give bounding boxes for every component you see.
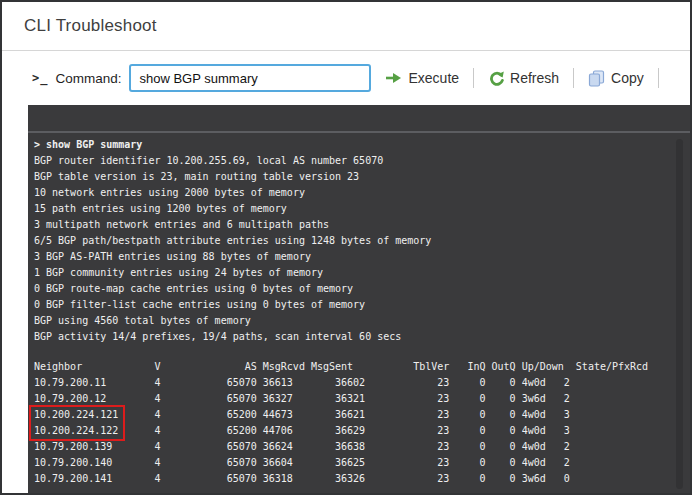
cell-upDown: 4w0d	[522, 455, 546, 471]
command-input[interactable]	[129, 64, 371, 92]
cell-as: 65200	[191, 407, 257, 423]
cell-v: 4	[154, 455, 160, 471]
cell-inQ: 0	[455, 407, 485, 423]
cell-neighbor: 10.79.200.139	[34, 439, 112, 455]
terminal-line: 1 BGP community entries using 24 bytes o…	[34, 265, 690, 281]
refresh-label: Refresh	[510, 70, 559, 86]
cell-outQ: 0	[486, 407, 516, 423]
cell-outQ: 0	[486, 455, 516, 471]
cell-statePfxRcd: 0	[546, 471, 570, 487]
terminal-panel: > show BGP summary BGP router identifier…	[28, 105, 690, 493]
command-bar: >_ Command: Execute Refresh	[2, 51, 690, 105]
execute-label: Execute	[408, 70, 459, 86]
cell-inQ: 0	[455, 391, 485, 407]
column-header-upDown: Up/Down	[522, 359, 564, 375]
terminal-line: 10 network entries using 2000 bytes of m…	[34, 185, 690, 201]
cell-neighbor: 10.79.200.140	[34, 455, 112, 471]
bgp-table-row: 10.79.200.12465070363273632123003w6d2	[34, 391, 690, 407]
cell-inQ: 0	[455, 471, 485, 487]
copy-button[interactable]: Copy	[588, 70, 644, 87]
cell-msgRcvd: 44706	[263, 423, 293, 439]
bgp-table-row: 10.79.200.139465070366243663823004w0d2	[34, 439, 690, 455]
cell-msgRcvd: 36604	[263, 455, 293, 471]
divider	[573, 68, 574, 88]
cell-inQ: 0	[455, 423, 485, 439]
terminal-line: 0 BGP filter-list cache entries using 0 …	[34, 297, 690, 313]
terminal-line: BGP using 4560 total bytes of memory	[34, 313, 690, 329]
cell-as: 65070	[191, 439, 257, 455]
page-title: CLI Troubleshoot	[24, 16, 157, 36]
cell-inQ: 0	[455, 455, 485, 471]
column-header-msgSent: MsgSent	[311, 359, 353, 375]
cell-tblVer: 23	[395, 423, 449, 439]
divider	[473, 68, 474, 88]
cell-outQ: 0	[486, 391, 516, 407]
cell-msgSent: 36621	[335, 407, 365, 423]
cell-v: 4	[154, 423, 160, 439]
cell-as: 65070	[191, 375, 257, 391]
cell-outQ: 0	[486, 471, 516, 487]
cell-statePfxRcd: 3	[546, 407, 570, 423]
cell-tblVer: 23	[395, 439, 449, 455]
cell-v: 4	[154, 391, 160, 407]
terminal-scrollbar[interactable]	[676, 139, 683, 489]
cell-tblVer: 23	[395, 407, 449, 423]
terminal-line: 3 BGP AS-PATH entries using 88 bytes of …	[34, 249, 690, 265]
cli-troubleshoot-page: CLI Troubleshoot >_ Command: Execute	[2, 2, 690, 493]
cell-msgRcvd: 36613	[263, 375, 293, 391]
column-header-msgRcvd: MsgRcvd	[263, 359, 305, 375]
terminal-line: 15 path entries using 1200 bytes of memo…	[34, 201, 690, 217]
cell-v: 4	[154, 407, 160, 423]
terminal-header-strip	[28, 105, 690, 133]
column-header-as: AS	[191, 359, 257, 375]
cell-neighbor: 10.79.200.141	[34, 471, 112, 487]
cell-msgSent: 36625	[335, 455, 365, 471]
column-header-tblVer: TblVer	[395, 359, 449, 375]
command-label: Command:	[55, 71, 121, 86]
refresh-icon	[488, 71, 504, 86]
cell-neighbor: 10.79.200.11	[34, 375, 106, 391]
execute-button[interactable]: Execute	[385, 70, 459, 86]
bgp-table-header: NeighborVASMsgRcvdMsgSentTblVerInQOutQUp…	[34, 359, 690, 375]
copy-icon	[588, 70, 605, 87]
execute-arrow-icon	[385, 72, 402, 84]
cell-msgRcvd: 44673	[263, 407, 293, 423]
terminal-command-line: > show BGP summary	[34, 137, 690, 153]
terminal-line: BGP table version is 23, main routing ta…	[34, 169, 690, 185]
cell-as: 65070	[191, 391, 257, 407]
terminal-line: BGP activity 14/4 prefixes, 19/4 paths, …	[34, 329, 690, 345]
terminal-line: 3 multipath network entries and 6 multip…	[34, 217, 690, 233]
bgp-neighbor-table: NeighborVASMsgRcvdMsgSentTblVerInQOutQUp…	[34, 359, 690, 487]
bgp-table-row: 10.79.200.11465070366133660223004w0d2	[34, 375, 690, 391]
column-header-neighbor: Neighbor	[34, 359, 82, 375]
terminal-output: > show BGP summary BGP router identifier…	[28, 133, 690, 487]
cell-msgSent: 36321	[335, 391, 365, 407]
bgp-table-row: 10.200.224.121465200446733662123004w0d3	[34, 407, 690, 423]
column-header-statePfxRcd: State/PfxRcd	[576, 359, 648, 375]
bgp-table-row: 10.200.224.122465200447063662923004w0d3	[34, 423, 690, 439]
cell-statePfxRcd: 2	[546, 391, 570, 407]
cell-msgRcvd: 36624	[263, 439, 293, 455]
cell-upDown: 4w0d	[522, 407, 546, 423]
cell-as: 65070	[191, 455, 257, 471]
cell-neighbor: 10.79.200.12	[34, 391, 106, 407]
bgp-table-row: 10.79.200.140465070366043662523004w0d2	[34, 455, 690, 471]
cell-statePfxRcd: 2	[546, 455, 570, 471]
bgp-table-rows: 10.79.200.11465070366133660223004w0d210.…	[34, 375, 690, 487]
bgp-table-row: 10.79.200.141465070363183632623003w6d0	[34, 471, 690, 487]
cell-statePfxRcd: 2	[546, 375, 570, 391]
cell-neighbor: 10.200.224.121	[34, 407, 118, 423]
cell-tblVer: 23	[395, 375, 449, 391]
divider	[658, 68, 659, 88]
refresh-button[interactable]: Refresh	[488, 70, 559, 86]
cell-neighbor: 10.200.224.122	[34, 423, 118, 439]
cell-upDown: 4w0d	[522, 439, 546, 455]
cell-statePfxRcd: 2	[546, 439, 570, 455]
cell-v: 4	[154, 439, 160, 455]
copy-label: Copy	[611, 70, 644, 86]
terminal-prompt-icon: >_	[32, 71, 48, 85]
cell-msgRcvd: 36318	[263, 471, 293, 487]
cell-msgSent: 36602	[335, 375, 365, 391]
terminal-output-lines: BGP router identifier 10.200.255.69, loc…	[34, 153, 690, 345]
title-bar: CLI Troubleshoot	[2, 2, 690, 51]
